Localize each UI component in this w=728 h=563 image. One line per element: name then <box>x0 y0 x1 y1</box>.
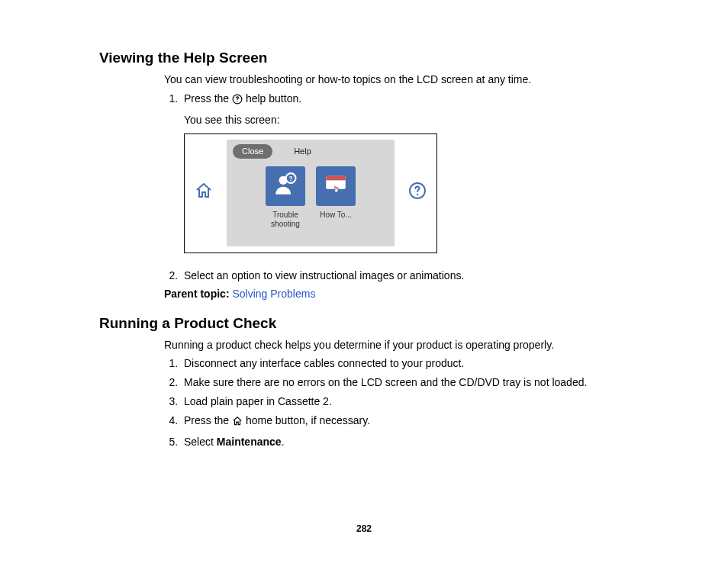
step4-text-a: Press the <box>184 414 232 426</box>
svg-text:?: ? <box>288 175 292 182</box>
svg-point-1 <box>237 101 237 101</box>
section2-step1: Disconnect any interface cables connecte… <box>181 356 636 371</box>
section2-step5: Select Maintenance. <box>181 435 636 449</box>
section-heading-1: Viewing the Help Screen <box>99 50 636 66</box>
lcd-screenshot: Close Help ? Trou <box>184 134 437 253</box>
tile1-label-2: shooting <box>271 220 300 228</box>
svg-point-8 <box>417 194 418 195</box>
step1-text-a: Press the <box>184 92 232 105</box>
lcd-panel: Close Help ? Trou <box>227 140 395 246</box>
screen-hand-icon <box>323 172 349 201</box>
close-button: Close <box>233 144 272 159</box>
person-question-icon: ? <box>272 172 298 201</box>
section2-step2: Make sure there are no errors on the LCD… <box>181 375 636 390</box>
section1-intro: You can view troubleshooting or how-to t… <box>164 72 636 87</box>
section-heading-2: Running a Product Check <box>99 315 636 332</box>
step1-substep: You see this screen: <box>184 113 636 127</box>
svg-rect-6 <box>326 175 346 180</box>
home-outline-icon <box>195 182 213 204</box>
step5-text-b: Maintenance <box>217 436 282 448</box>
home-icon <box>232 416 243 430</box>
tile2-label: How To... <box>316 211 356 220</box>
section1-step1: Press the help button. You see this scre… <box>181 92 636 253</box>
step5-text-c: . <box>282 436 285 448</box>
step5-text-a: Select <box>184 436 217 448</box>
page-number: 282 <box>0 523 728 534</box>
lcd-title: Help <box>294 146 311 157</box>
tile1-label-1: Trouble <box>272 211 298 219</box>
section2-intro: Running a product check helps you determ… <box>164 338 636 352</box>
help-circle-outline-icon <box>408 182 427 204</box>
section2-step4: Press the home button, if necessary. <box>181 413 636 430</box>
parent-topic-label: Parent topic: <box>164 288 232 300</box>
section1-step2: Select an option to view instructional i… <box>181 269 636 283</box>
help-circle-icon <box>232 94 243 108</box>
tile-troubleshooting: ? Troubleshooting <box>266 166 305 229</box>
tile-howto: How To... <box>316 166 356 229</box>
parent-topic: Parent topic: Solving Problems <box>164 288 636 300</box>
parent-topic-link[interactable]: Solving Problems <box>232 288 315 300</box>
step1-text-b: help button. <box>243 92 301 105</box>
section2-step3: Load plain paper in Cassette 2. <box>181 394 636 409</box>
step4-text-b: home button, if necessary. <box>243 414 370 426</box>
